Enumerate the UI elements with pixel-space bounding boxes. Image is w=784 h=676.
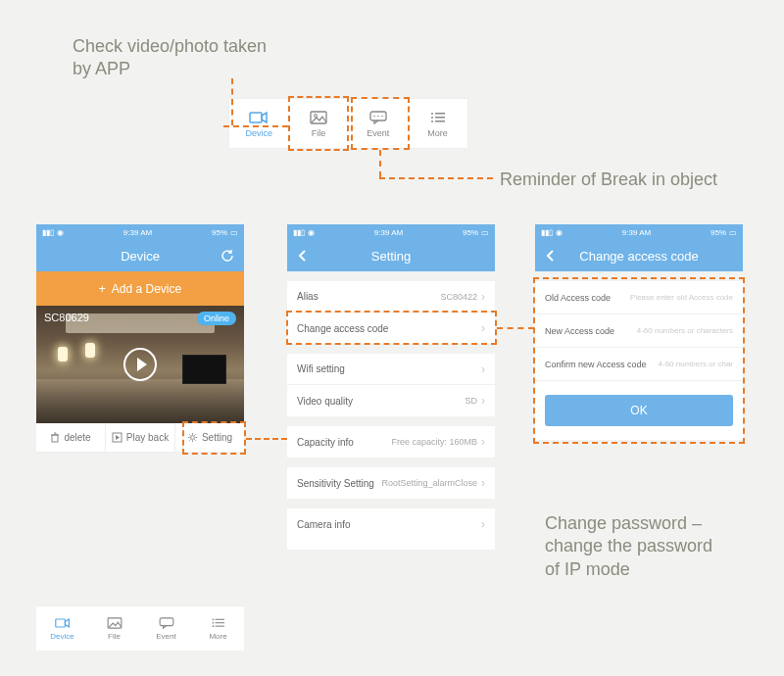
camera-icon	[54, 616, 72, 630]
svg-rect-8	[435, 113, 445, 115]
sens-label: Sensitivity Setting	[297, 478, 374, 489]
row-capacity[interactable]: Capacity info Free capacity: 160MB›	[287, 426, 495, 458]
bt-file-label: File	[108, 632, 121, 641]
wifi-icon: ◉	[308, 228, 315, 237]
nav-change-code-title: Change access code	[579, 249, 698, 264]
chevron-right-icon: ›	[481, 517, 485, 531]
playback-button[interactable]: Play back	[105, 423, 174, 452]
status-time: 9:39 AM	[374, 228, 403, 237]
connector-v1	[231, 78, 233, 125]
camera-id: SC80629	[44, 312, 89, 323]
status-battery: 95%	[212, 228, 227, 237]
svg-rect-0	[250, 113, 262, 122]
status-bar-2: ▮▮▯◉ 9:39 AM 95%▭	[287, 224, 495, 240]
signal-icon: ▮▮▯	[541, 228, 553, 237]
svg-point-7	[431, 113, 433, 115]
alias-value: SC80422	[440, 292, 477, 302]
status-time: 9:39 AM	[123, 228, 152, 237]
highlight-event-tab	[351, 97, 410, 150]
svg-rect-21	[215, 626, 223, 627]
cap-value: Free capacity: 160MB	[391, 437, 477, 447]
battery-icon: ▭	[729, 228, 737, 237]
signal-icon: ▮▮▯	[293, 228, 305, 237]
tab-device[interactable]: Device	[229, 99, 289, 148]
chat-icon	[158, 616, 175, 630]
playback-label: Play back	[126, 432, 169, 443]
bt-device[interactable]: Device	[36, 606, 88, 651]
highlight-change-code-row	[286, 311, 497, 345]
svg-point-11	[431, 121, 433, 122]
row-wifi[interactable]: Wifi setting ›	[287, 354, 495, 385]
svg-rect-18	[160, 618, 173, 626]
connector-h3	[246, 438, 287, 440]
status-battery: 95%	[710, 228, 726, 237]
nav-device-title: Device	[121, 249, 160, 264]
play-icon[interactable]	[123, 348, 157, 381]
svg-rect-12	[435, 121, 445, 122]
highlight-setting-button	[182, 421, 246, 455]
svg-point-9	[431, 117, 433, 119]
add-device-label: Add a Device	[112, 282, 181, 296]
sens-value: RootSetting_alarmClose	[381, 478, 477, 488]
svg-point-22	[212, 618, 214, 620]
chevron-right-icon: ›	[481, 435, 485, 449]
wifi-icon: ◉	[57, 228, 64, 237]
camera-info-label: Camera info	[297, 519, 350, 530]
bt-more[interactable]: More	[192, 606, 244, 651]
connector-h1	[223, 125, 288, 127]
list-more-icon	[428, 110, 448, 125]
tab-more[interactable]: More	[408, 99, 467, 148]
back-icon[interactable]	[297, 249, 307, 263]
camera-preview[interactable]: SC80629 Online	[36, 306, 244, 423]
tab-device-label: Device	[246, 128, 273, 138]
refresh-icon[interactable]	[220, 249, 234, 263]
phone-device: ▮▮▯◉ 9:39 AM 95%▭ Device + Add a Device …	[36, 224, 244, 453]
svg-rect-19	[215, 619, 223, 620]
status-battery: 95%	[463, 228, 478, 237]
bt-event[interactable]: Event	[140, 606, 192, 651]
add-device-button[interactable]: + Add a Device	[36, 271, 244, 306]
status-time: 9:39 AM	[622, 228, 651, 237]
bt-more-label: More	[209, 632, 226, 641]
back-icon[interactable]	[545, 249, 555, 263]
row-sensitivity[interactable]: Sensitivity Setting RootSetting_alarmClo…	[287, 467, 495, 499]
row-camera-info[interactable]: Camera info ›	[287, 508, 495, 540]
trash-icon	[50, 432, 60, 443]
svg-rect-20	[215, 622, 223, 623]
svg-rect-10	[435, 117, 445, 119]
annotation-reminder: Reminder of Break in object	[500, 169, 717, 191]
bt-device-label: Device	[50, 632, 74, 641]
wifi-label: Wifi setting	[297, 363, 345, 374]
signal-icon: ▮▮▯	[42, 228, 54, 237]
bt-file[interactable]: File	[88, 606, 140, 651]
highlight-change-code-form	[533, 277, 745, 444]
phone-setting: ▮▮▯◉ 9:39 AM 95%▭ Setting Alias SC80422›…	[287, 224, 495, 550]
row-video-quality[interactable]: Video quality SD›	[287, 385, 495, 416]
svg-rect-13	[52, 435, 58, 442]
highlight-file-tab	[288, 96, 349, 151]
chevron-right-icon: ›	[481, 394, 485, 408]
delete-label: delete	[64, 432, 90, 443]
camera-icon	[249, 110, 269, 125]
delete-button[interactable]: delete	[36, 423, 105, 452]
vq-value: SD	[465, 396, 477, 406]
connector-h2	[379, 177, 493, 179]
chevron-right-icon: ›	[481, 476, 485, 490]
playback-icon	[112, 432, 122, 443]
connector-h4	[497, 327, 534, 329]
nav-setting-title: Setting	[371, 249, 411, 264]
vq-label: Video quality	[297, 396, 353, 407]
annotation-check-media: Check video/photo taken by APP	[73, 35, 267, 81]
image-icon	[106, 616, 123, 630]
alias-label: Alias	[297, 291, 318, 302]
nav-device: Device	[36, 240, 244, 271]
plus-icon: +	[99, 282, 106, 296]
battery-icon: ▭	[481, 228, 489, 237]
cap-label: Capacity info	[297, 437, 354, 448]
status-bar-3: ▮▮▯◉ 9:39 AM 95%▭	[535, 224, 743, 240]
row-alias[interactable]: Alias SC80422›	[287, 281, 495, 313]
list-more-icon	[210, 616, 227, 630]
svg-point-23	[212, 622, 214, 624]
annotation-change-pw: Change password – change the password of…	[545, 512, 712, 581]
svg-point-24	[212, 625, 214, 627]
